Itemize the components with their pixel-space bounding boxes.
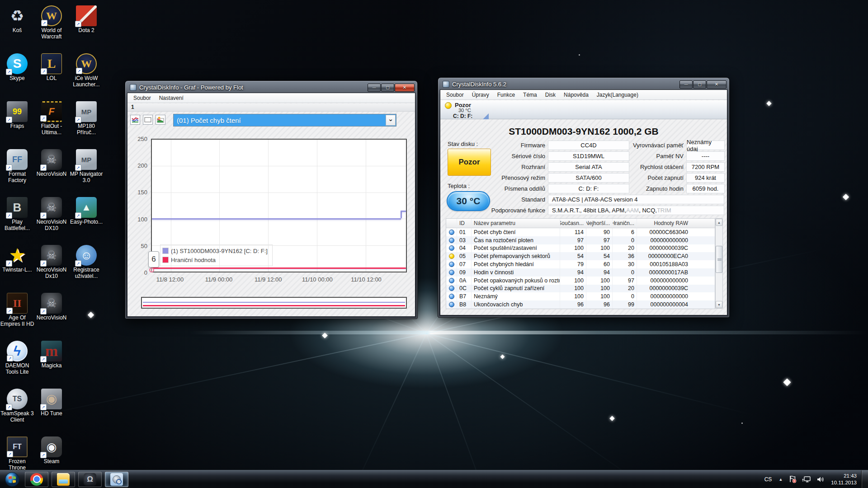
chart-lines-icon[interactable] [130, 115, 140, 125]
table-row[interactable]: B7 Neznámý 100 100 0 000000000000 [446, 292, 715, 300]
desktop-icon[interactable]: NecroVisioN Dx10 [34, 245, 69, 292]
scroll-down-icon[interactable]: ▼ [716, 301, 722, 308]
table-row[interactable]: 0C Počet cyklů zapnutí zařízení 100 100 … [446, 285, 715, 293]
desktop-icon[interactable]: MP180 Příruč... [69, 101, 104, 148]
taskbar-app-button[interactable] [78, 472, 102, 487]
desktop-icon[interactable]: Fraps [0, 101, 34, 148]
table-row[interactable]: 0A Počet opakovaných pokusů o rozto... 1… [446, 277, 715, 285]
close-button[interactable] [707, 80, 726, 89]
chart-plot-area[interactable]: (1) ST1000DM003-9YN162 [C: D: F:] Hranič… [151, 139, 407, 272]
menu-item[interactable]: Soubor [442, 92, 468, 98]
blank-chart-icon[interactable] [143, 115, 153, 125]
volume-icon[interactable] [814, 476, 827, 483]
maximize-button[interactable] [381, 84, 394, 92]
desktop-icon-label: NecroVisioN Dx10 [34, 267, 69, 280]
menu-item[interactable]: Disk [541, 92, 560, 98]
desktop-icon[interactable]: FlatOut - Ultima... [34, 101, 69, 148]
desktop-icon[interactable]: NecroVisioN [34, 293, 69, 340]
scrollbar-thumb[interactable] [716, 246, 722, 273]
desktop-icon[interactable]: NecroVisioN [34, 149, 69, 196]
table-header-row[interactable]: ID Název parametru Současn... Nejhorší..… [446, 219, 715, 228]
taskbar-app-icon [84, 473, 96, 486]
table-row[interactable]: 09 Hodin v činnosti 94 94 0 0000000017AB [446, 268, 715, 277]
desktop-icon[interactable]: HD Tune [34, 389, 69, 436]
table-scrollbar[interactable]: ▲ ▼ [715, 218, 723, 309]
action-center-flag-icon[interactable] [786, 475, 799, 483]
language-indicator[interactable]: CS [761, 476, 776, 483]
graf-window-titlebar[interactable]: CrystalDiskInfo - Graf - Powered by Flot [127, 81, 415, 93]
info-field-row: Rychlost otáčení 7200 RPM [616, 162, 726, 172]
id-cell: 04 [457, 244, 472, 253]
menu-item[interactable]: Úpravy [468, 92, 493, 98]
name-cell: Neznámý [472, 292, 560, 300]
graf-tab[interactable]: 1 [127, 103, 415, 112]
desktop-icon[interactable]: Easy-Photo... [69, 197, 104, 244]
desktop-icon-label: Format Factory [0, 171, 34, 184]
show-desktop-button[interactable] [861, 470, 868, 488]
name-cell: Hodin v činnosti [472, 268, 560, 277]
header-threshold: Hraničn... [613, 219, 637, 228]
temperature-label: Teplota : [448, 183, 470, 189]
desktop-icon-label: World of Warcraft [34, 28, 69, 40]
taskbar-app-icon [110, 473, 123, 486]
taskbar-app-button[interactable] [105, 472, 128, 487]
chart-legend: (1) ST1000DM003-9YN162 [C: D: F:] Hranič… [160, 244, 273, 266]
table-row[interactable]: 03 Čas na roztočení ploten 97 97 0 00000… [446, 236, 715, 244]
field-label: Zapnuto hodin [616, 185, 686, 192]
menu-item[interactable]: Soubor [129, 95, 155, 101]
worst-cell: 100 [586, 292, 613, 300]
desktop-icon-label: Registrace uživatel... [69, 267, 104, 280]
desktop-icon[interactable]: Koš [0, 5, 34, 52]
desktop-icon[interactable]: Play Battlefiel... [0, 197, 34, 244]
drive-selector[interactable]: Pozor 30 °C C: D: F: [443, 101, 515, 119]
main-window-titlebar[interactable]: CrystalDiskInfo 5.6.2 [440, 78, 727, 89]
desktop-icon[interactable]: Skype [0, 53, 34, 100]
table-row[interactable]: B8 Ukončovacích chyb 96 96 99 0000000000… [446, 300, 715, 309]
taskbar-app-button[interactable] [25, 472, 48, 487]
desktop-icon[interactable]: Registrace uživatel... [69, 245, 104, 292]
desktop-icon[interactable]: Age Of Empires II HD [0, 293, 34, 340]
desktop-icon[interactable]: Format Factory [0, 149, 34, 196]
hidden-icons-arrow-icon[interactable]: ▲ [775, 477, 786, 482]
scroll-up-icon[interactable]: ▲ [716, 219, 722, 226]
menu-item[interactable]: Nápověda [560, 92, 593, 98]
desktop-icon[interactable]: MP Navigator 3.0 [69, 149, 104, 196]
menu-item[interactable]: Funkce [493, 92, 519, 98]
taskbar-app-button[interactable] [52, 472, 75, 487]
desktop-icon[interactable]: Twinstar-L... [0, 245, 34, 292]
chevron-down-icon[interactable] [386, 115, 396, 126]
chart-overview-strip[interactable] [141, 297, 407, 309]
particle [783, 379, 791, 386]
table-row[interactable]: 05 Počet přemapovaných sektorů 54 54 36 … [446, 252, 715, 260]
network-icon[interactable] [799, 476, 814, 483]
menu-item[interactable]: Téma [519, 92, 541, 98]
start-button[interactable] [3, 472, 22, 487]
desktop-icon[interactable]: TeamSpeak 3 Client [0, 389, 34, 436]
clock[interactable]: 21:43 10.11.2013 [827, 473, 861, 486]
desktop-icon[interactable]: NecroVisioN DX10 [34, 197, 69, 244]
table-row[interactable]: 07 Počet chybných hledání 79 60 30 00010… [446, 260, 715, 268]
maximize-button[interactable] [693, 80, 706, 89]
minimize-button[interactable] [368, 84, 381, 92]
table-row[interactable]: 01 Počet chyb čtení 114 90 6 00000C66304… [446, 228, 715, 236]
standard-row: Standard ATA8-ACS | ATA8-ACS version 4 [468, 195, 726, 204]
desktop-icon[interactable]: DAEMON Tools Lite [0, 341, 34, 388]
status-orb-icon [449, 294, 454, 299]
menu-item[interactable]: Jazyk(Language) [593, 92, 642, 98]
desktop-icon-label: FlatOut - Ultima... [34, 123, 69, 136]
desktop-icon[interactable]: iCe WoW Launcher... [69, 53, 104, 100]
minimize-button[interactable] [679, 80, 693, 89]
parameter-select[interactable]: (01) Počet chyb čtení [173, 114, 396, 127]
desktop-icon[interactable]: Magicka [34, 341, 69, 388]
close-button[interactable] [395, 84, 415, 92]
table-row[interactable]: 04 Počet spuštění/zastavení 100 100 20 0… [446, 244, 715, 253]
desktop-icon-image [7, 197, 28, 218]
desktop-icon[interactable]: World of Warcraft [34, 5, 69, 52]
menu-item[interactable]: Nastavení [155, 95, 188, 101]
worst-cell: 94 [586, 268, 613, 277]
drive-scroll-arrow-icon[interactable] [483, 113, 489, 119]
desktop-icon[interactable]: LOL [34, 53, 69, 100]
new-chart-icon[interactable] [156, 115, 165, 125]
desktop-icon[interactable]: Dota 2 [69, 5, 104, 52]
field-value: 924 krát [686, 173, 725, 183]
